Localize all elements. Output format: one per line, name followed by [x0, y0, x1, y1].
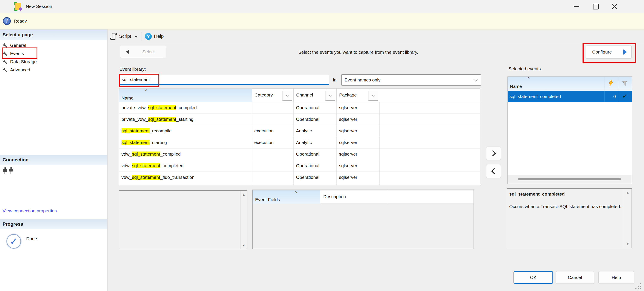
minimize-icon [574, 6, 579, 7]
chevron-right-icon [490, 150, 496, 156]
new-session-dialog: New Session i Ready Select a page Genera… [0, 0, 644, 291]
sidebar-item-data-storage[interactable]: Data Storage [2, 58, 94, 66]
filter-dropdown-button[interactable] [368, 91, 378, 100]
script-icon [110, 32, 117, 40]
sort-asc-icon: ^ [528, 76, 530, 82]
sidebar: Select a page General Events Data Storag… [0, 30, 108, 291]
scroll-down-icon[interactable]: ▼ [240, 244, 247, 247]
help-toolbar-button[interactable]: Help [154, 34, 164, 39]
event-details-panel: ▲ ▼ [119, 190, 248, 249]
forward-arrow-icon [623, 50, 627, 54]
filter-funnel-icon [622, 81, 628, 87]
column-header-channel[interactable]: Channel [294, 89, 336, 102]
add-event-button[interactable] [486, 146, 501, 160]
help-icon: ? [145, 33, 152, 40]
horizontal-scrollbar[interactable] [508, 175, 632, 184]
table-header-row: ^ Name Category Channel Package [119, 89, 480, 102]
selected-events-table: ^ Name sql_statement_completed 0 ✓ [508, 76, 632, 184]
resize-grip[interactable] [634, 282, 642, 290]
filter-dropdown-button[interactable] [282, 91, 292, 100]
table-row[interactable]: vdw_sql_statement_fido_transaction Opera… [119, 172, 480, 183]
chevron-down-icon [286, 94, 289, 97]
script-button[interactable]: Script [119, 34, 131, 39]
remove-event-button[interactable] [486, 164, 501, 178]
table-row[interactable]: sql_statement_starting execution Analyti… [119, 137, 480, 148]
select-back-button[interactable]: Select [120, 46, 166, 58]
scrollbar-thumb[interactable] [518, 178, 621, 180]
selected-event-row[interactable]: sql_statement_completed 0 ✓ [508, 91, 632, 102]
search-match-highlight: sql_statement [122, 140, 150, 145]
search-scope-select[interactable]: Event names only [341, 74, 481, 86]
sidebar-item-label: Events [10, 51, 24, 56]
filter-dropdown-button[interactable] [325, 91, 335, 100]
wrench-icon [2, 50, 8, 56]
sidebar-item-label: Data Storage [10, 59, 37, 64]
event-description-title: sql_statement_completed [509, 192, 565, 197]
table-header-row: ^ Name [508, 77, 632, 91]
in-label: in [333, 77, 336, 82]
search-scope-value: Event names only [344, 77, 380, 82]
info-icon: i [3, 17, 11, 25]
configure-button-label: Configure [592, 50, 612, 54]
minimize-button[interactable] [567, 0, 586, 13]
chevron-down-icon [329, 94, 332, 97]
title-bar: New Session [0, 0, 644, 13]
dialog-toolbar: Script ? Help [108, 30, 644, 43]
configure-button[interactable]: Configure [586, 46, 632, 58]
status-text: Ready [14, 18, 27, 24]
chevron-down-icon[interactable] [134, 36, 138, 38]
search-match-highlight: sql_statement [148, 105, 176, 110]
search-match-highlight: sql_statement [132, 163, 160, 168]
table-row[interactable]: private_vdw_sql_statement_starting Opera… [119, 114, 480, 125]
select-a-page-header: Select a page [0, 30, 107, 40]
column-header-event-fields[interactable]: ^ Event Fields [252, 190, 320, 204]
search-match-highlight: sql_statement [122, 128, 150, 133]
event-library-label: Event library: [120, 66, 146, 72]
session-icon [14, 2, 22, 11]
connection-plug-icon [3, 167, 14, 176]
back-arrow-icon [126, 50, 129, 54]
event-search-input[interactable] [119, 75, 329, 85]
maximize-button[interactable] [586, 0, 605, 13]
cancel-button[interactable]: Cancel [556, 271, 594, 284]
wrench-icon [2, 67, 8, 73]
table-row[interactable]: sql_statement_recompile execution Analyt… [119, 125, 480, 137]
column-header-description[interactable]: Description [320, 190, 387, 204]
close-icon [611, 3, 618, 10]
table-header-row: ^ Event Fields Description [252, 190, 474, 204]
sidebar-item-general[interactable]: General [2, 41, 94, 50]
connection-header: Connection [0, 155, 107, 165]
column-header-name[interactable]: ^ Name [119, 89, 252, 102]
column-header-package[interactable]: Package [336, 89, 380, 102]
sidebar-item-events[interactable]: Events [2, 50, 94, 58]
ok-button[interactable]: OK [514, 271, 553, 284]
instruction-text: Select the events you want to capture fr… [298, 50, 418, 55]
vertical-scrollbar[interactable]: ▲ ▼ [624, 189, 631, 248]
check-icon: ✓ [618, 91, 632, 102]
sort-asc-icon: ^ [145, 88, 147, 94]
sort-asc-icon: ^ [295, 190, 297, 196]
close-button[interactable] [605, 0, 624, 13]
column-header-name[interactable]: Name [510, 84, 522, 89]
wrench-icon [2, 42, 8, 48]
scroll-down-icon[interactable]: ▼ [624, 242, 631, 246]
scroll-up-icon[interactable]: ▲ [624, 191, 631, 195]
scroll-up-icon[interactable]: ▲ [240, 193, 247, 196]
help-button[interactable]: Help [598, 271, 634, 284]
table-row[interactable]: private_vdw_sql_statement_compiled Opera… [119, 102, 480, 114]
event-description-panel: sql_statement_completed Occurs when a Tr… [507, 188, 632, 248]
table-row[interactable]: vdw_sql_statement_compiled Operational s… [119, 148, 480, 160]
view-connection-properties-link[interactable]: View connection properties [2, 208, 57, 214]
search-match-highlight: sql_statement [132, 175, 160, 180]
gridline [604, 91, 604, 102]
chevron-left-icon [491, 168, 497, 174]
progress-header: Progress [0, 219, 107, 229]
chevron-down-icon [474, 77, 478, 81]
vertical-scrollbar[interactable]: ▲ ▼ [240, 191, 247, 249]
event-library-table: ^ Name Category Channel Package private_… [119, 88, 480, 185]
search-match-highlight: sql_statement [132, 152, 160, 156]
table-row[interactable]: vdw_sql_statement_completed Operational … [119, 160, 480, 172]
lightning-icon [608, 80, 614, 88]
column-header-category[interactable]: Category [252, 89, 294, 102]
sidebar-item-advanced[interactable]: Advanced [2, 66, 94, 74]
